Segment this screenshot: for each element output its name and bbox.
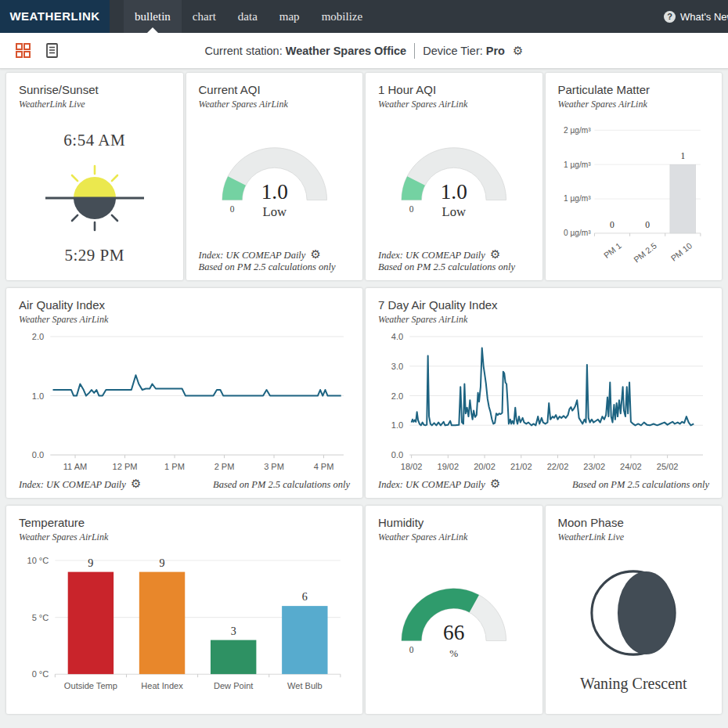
settings-gear-icon[interactable]: ⚙ xyxy=(490,477,500,491)
card-particulate-matter: Particulate Matter Weather Spares AirLin… xyxy=(546,73,723,280)
sub-header: Current station: Weather Spares Office D… xyxy=(0,33,728,69)
tab-mobilize[interactable]: mobilize xyxy=(311,0,374,33)
svg-text:5 °C: 5 °C xyxy=(32,613,49,622)
card-title: 1 Hour AQI xyxy=(378,83,530,96)
svg-text:Heat Index: Heat Index xyxy=(141,681,183,690)
svg-text:22/02: 22/02 xyxy=(547,462,569,471)
svg-text:2.0: 2.0 xyxy=(32,332,44,341)
svg-text:1: 1 xyxy=(680,151,685,161)
station-label: Current station: xyxy=(205,45,283,57)
temperature-chart: 0 °C5 °C10 °C9Outside Temp9Heat Index3De… xyxy=(19,548,350,697)
card-title: Humidity xyxy=(378,516,530,529)
nav-tabs: bulletin chart data map mobilize xyxy=(124,0,373,33)
svg-text:2 PM: 2 PM xyxy=(214,462,235,471)
basis-note: Based on PM 2.5 calculations only xyxy=(572,479,709,491)
svg-text:20/02: 20/02 xyxy=(474,462,496,471)
svg-text:0.0: 0.0 xyxy=(32,450,44,460)
card-humidity: Humidity Weather Spares AirLink 066% xyxy=(366,506,542,714)
top-nav: WEATHERLINK bulletin chart data map mobi… xyxy=(0,0,728,33)
svg-text:12 PM: 12 PM xyxy=(113,462,138,471)
card-one-hour-aqi: 1 Hour AQI Weather Spares AirLink 01.0Lo… xyxy=(366,73,542,280)
one-hour-aqi-gauge: 01.0Low xyxy=(378,129,530,222)
whats-new-link[interactable]: ? What's New xyxy=(664,0,728,33)
tier-settings-gear-icon[interactable]: ⚙ xyxy=(513,44,523,58)
card-source: Weather Spares AirLink xyxy=(558,99,710,110)
svg-text:0 °C: 0 °C xyxy=(32,669,49,679)
card-source: Weather Spares AirLink xyxy=(19,532,350,543)
basis-note: Based on PM 2.5 calculations only xyxy=(378,261,515,273)
svg-text:11 AM: 11 AM xyxy=(63,462,88,471)
whats-new-label: What's New xyxy=(680,11,728,23)
card-temperature: Temperature Weather Spares AirLink 0 °C5… xyxy=(6,506,362,714)
card-source: Weather Spares AirLink xyxy=(199,99,351,110)
svg-text:0: 0 xyxy=(409,204,414,214)
svg-text:0.0: 0.0 xyxy=(391,450,403,460)
svg-text:PM 2.5: PM 2.5 xyxy=(632,240,658,264)
weatherlink-logo[interactable]: WEATHERLINK xyxy=(0,0,110,33)
card-sunrise-sunset: Sunrise/Sunset WeatherLink Live 6:54 AM xyxy=(6,73,183,280)
svg-text:Wet Bulb: Wet Bulb xyxy=(287,681,323,690)
svg-text:PM 10: PM 10 xyxy=(669,240,694,262)
bulletin-grid: Sunrise/Sunset WeatherLink Live 6:54 AM xyxy=(6,73,722,714)
tab-chart[interactable]: chart xyxy=(182,0,227,33)
svg-text:Low: Low xyxy=(262,204,287,219)
svg-text:0: 0 xyxy=(409,645,414,654)
card-title: Air Quality Index xyxy=(19,298,350,312)
card-title: 7 Day Air Quality Index xyxy=(378,298,709,312)
svg-text:1 µg/m³: 1 µg/m³ xyxy=(564,160,591,169)
svg-text:1.0: 1.0 xyxy=(391,420,403,430)
tier-label: Device Tier: xyxy=(423,45,483,57)
moon-phase-icon xyxy=(587,567,679,659)
tab-map[interactable]: map xyxy=(268,0,311,33)
svg-text:PM 1: PM 1 xyxy=(601,240,622,260)
divider xyxy=(414,43,415,59)
card-source: Weather Spares AirLink xyxy=(378,99,530,110)
tab-bulletin[interactable]: bulletin xyxy=(124,0,182,33)
svg-text:24/02: 24/02 xyxy=(620,462,642,471)
svg-text:4.0: 4.0 xyxy=(391,332,403,341)
tier-value: Pro xyxy=(486,45,505,57)
basis-note: Based on PM 2.5 calculations only xyxy=(199,261,336,273)
settings-gear-icon[interactable]: ⚙ xyxy=(310,247,320,261)
svg-text:3: 3 xyxy=(231,625,236,637)
svg-text:0: 0 xyxy=(645,220,650,230)
sunset-time: 5:29 PM xyxy=(19,246,171,265)
svg-text:0: 0 xyxy=(610,220,614,230)
svg-text:3 PM: 3 PM xyxy=(264,462,284,471)
settings-gear-icon[interactable]: ⚙ xyxy=(131,477,141,491)
svg-text:%: % xyxy=(449,647,458,659)
card-seven-day-aqi: 7 Day Air Quality Index Weather Spares A… xyxy=(366,288,722,498)
index-note: Index: UK COMEAP Daily xyxy=(19,479,126,490)
settings-gear-icon[interactable]: ⚙ xyxy=(490,247,500,261)
humidity-gauge: 066% xyxy=(378,570,530,662)
svg-text:1.0: 1.0 xyxy=(441,180,467,204)
sunrise-time: 6:54 AM xyxy=(19,131,171,150)
current-aqi-gauge: 01.0Low xyxy=(199,129,351,222)
svg-text:1 µg/m³: 1 µg/m³ xyxy=(564,194,591,203)
particulate-matter-chart: 0 µg/m³1 µg/m³1 µg/m³2 µg/m³0PM 10PM 2.5… xyxy=(558,115,710,280)
svg-text:1.0: 1.0 xyxy=(261,180,287,204)
svg-text:9: 9 xyxy=(160,557,165,569)
seven-day-aqi-chart: 0.01.02.03.04.018/0219/0220/0221/0222/02… xyxy=(378,330,709,477)
svg-text:1.0: 1.0 xyxy=(32,391,44,401)
svg-text:18/02: 18/02 xyxy=(401,462,423,471)
tab-data[interactable]: data xyxy=(227,0,268,33)
svg-text:4 PM: 4 PM xyxy=(314,462,334,471)
svg-text:21/02: 21/02 xyxy=(510,462,532,471)
index-note: Index: UK COMEAP Daily xyxy=(378,250,485,261)
air-quality-index-chart: 0.01.02.011 AM12 PM1 PM2 PM3 PM4 PM xyxy=(19,330,350,477)
svg-text:19/02: 19/02 xyxy=(437,462,459,471)
svg-text:2 µg/m³: 2 µg/m³ xyxy=(564,126,591,135)
card-source: Weather Spares AirLink xyxy=(378,314,709,326)
svg-text:25/02: 25/02 xyxy=(657,462,679,471)
svg-text:0: 0 xyxy=(229,204,234,214)
station-name: Weather Spares Office xyxy=(286,45,406,57)
card-source: WeatherLink Live xyxy=(558,532,710,543)
index-note: Index: UK COMEAP Daily xyxy=(378,479,485,490)
card-title: Particulate Matter xyxy=(558,83,710,96)
card-source: WeatherLink Live xyxy=(19,99,171,110)
svg-text:10 °C: 10 °C xyxy=(27,556,49,565)
svg-text:23/02: 23/02 xyxy=(583,462,605,471)
card-current-aqi: Current AQI Weather Spares AirLink 01.0L… xyxy=(186,73,363,280)
help-icon: ? xyxy=(664,11,676,23)
